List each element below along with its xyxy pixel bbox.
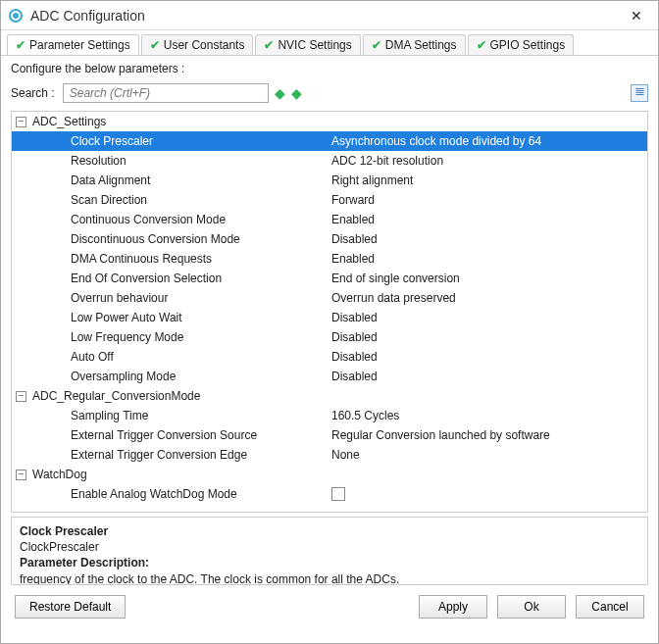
list-view-button[interactable] [631, 84, 648, 102]
tab-label: GPIO Settings [490, 38, 566, 52]
param-key: Resolution [12, 154, 326, 168]
param-val: Disabled [326, 330, 647, 344]
window-title: ADC Configuration [30, 8, 623, 24]
param-val: 160.5 Cycles [326, 409, 647, 422]
param-row[interactable]: End Of Conversion SelectionEnd of single… [12, 269, 647, 288]
param-key: Discontinuous Conversion Mode [12, 232, 326, 246]
param-val: End of single conversion [326, 272, 647, 285]
desc-title: Clock Prescaler [20, 524, 108, 538]
param-val: Right alignment [326, 173, 647, 187]
param-val: Regular Conversion launched by software [326, 428, 647, 442]
param-key: Oversampling Mode [12, 370, 326, 383]
param-row[interactable]: Data AlignmentRight alignment [12, 171, 647, 190]
param-val: Forward [326, 193, 647, 207]
param-row[interactable]: External Trigger Conversion SourceRegula… [12, 425, 647, 445]
param-val: Disabled [326, 370, 647, 383]
desc-text: frequency of the clock to the ADC. The c… [20, 572, 399, 585]
search-label: Search : [11, 86, 55, 100]
param-row[interactable]: External Trigger Conversion EdgeNone [12, 445, 647, 465]
param-row[interactable]: Scan DirectionForward [12, 190, 647, 210]
collapse-icon[interactable]: − [16, 117, 26, 127]
param-key: Low Frequency Mode [12, 330, 326, 344]
param-val: ADC 12-bit resolution [326, 154, 647, 168]
param-row[interactable]: Overrun behaviourOverrun data preserved [12, 288, 647, 308]
param-key: Continuous Conversion Mode [12, 213, 326, 226]
param-row[interactable]: Enable Analog WatchDog Mode [12, 484, 647, 507]
tab-parameter-settings[interactable]: ✔Parameter Settings [7, 34, 139, 55]
param-val: Overrun data preserved [326, 291, 647, 305]
param-key: Auto Off [12, 350, 326, 364]
cancel-button[interactable]: Cancel [576, 595, 644, 619]
param-key: Sampling Time [12, 409, 326, 422]
param-key: Enable Analog WatchDog Mode [12, 487, 326, 504]
search-row: Search : ◆ ◆ [1, 79, 658, 111]
param-key: Data Alignment [12, 173, 326, 187]
param-key: End Of Conversion Selection [12, 272, 326, 285]
param-key: Scan Direction [12, 193, 326, 207]
ok-button[interactable]: Ok [497, 595, 566, 619]
tab-label: DMA Settings [385, 38, 457, 52]
param-val: Disabled [326, 232, 647, 246]
param-val: None [326, 448, 647, 462]
collapse-icon[interactable]: − [16, 470, 26, 480]
tab-dma-settings[interactable]: ✔DMA Settings [363, 34, 466, 55]
param-key: DMA Continuous Requests [12, 252, 326, 266]
group-label: ADC_Regular_ConversionMode [32, 389, 200, 403]
collapse-icon[interactable]: − [16, 391, 26, 402]
param-key: Overrun behaviour [12, 291, 326, 305]
search-input[interactable] [63, 83, 269, 103]
watchdog-checkbox[interactable] [331, 487, 345, 501]
param-row[interactable]: Discontinuous Conversion ModeDisabled [12, 229, 647, 249]
check-icon: ✔ [264, 38, 274, 52]
group-label: ADC_Settings [32, 115, 106, 128]
param-row[interactable]: Oversampling ModeDisabled [12, 367, 647, 386]
group-adc-settings[interactable]: − ADC_Settings [12, 112, 647, 131]
tab-user-constants[interactable]: ✔User Constants [141, 34, 254, 55]
param-row[interactable]: DMA Continuous RequestsEnabled [12, 249, 647, 269]
check-icon: ✔ [16, 38, 25, 52]
param-row[interactable]: Low Power Auto WaitDisabled [12, 308, 647, 327]
restore-default-button[interactable]: Restore Default [15, 595, 126, 619]
group-label: WatchDog [32, 468, 87, 481]
desc-heading: Parameter Description: [20, 556, 149, 570]
parameter-tree[interactable]: − ADC_Settings Clock PrescalerAsynchrono… [11, 111, 648, 513]
param-row-clock-prescaler[interactable]: Clock PrescalerAsynchronous clock mode d… [12, 131, 647, 151]
tab-nvic-settings[interactable]: ✔NVIC Settings [255, 34, 360, 55]
close-icon[interactable]: ✕ [623, 4, 650, 27]
desc-internal-name: ClockPrescaler [20, 540, 99, 554]
group-regular-conversion[interactable]: − ADC_Regular_ConversionMode [12, 386, 647, 406]
param-key: External Trigger Conversion Source [12, 428, 326, 442]
search-prev-icon[interactable]: ◆ [291, 85, 302, 101]
tab-label: User Constants [164, 38, 245, 52]
param-key: Clock Prescaler [12, 134, 326, 148]
param-val: Disabled [326, 311, 647, 324]
param-key: Low Power Auto Wait [12, 311, 326, 324]
check-icon: ✔ [477, 38, 486, 52]
param-row[interactable]: Auto OffDisabled [12, 347, 647, 367]
tab-gpio-settings[interactable]: ✔GPIO Settings [468, 34, 575, 55]
param-row[interactable]: Continuous Conversion ModeEnabled [12, 210, 647, 229]
param-row[interactable]: ResolutionADC 12-bit resolution [12, 151, 647, 171]
param-val[interactable] [326, 487, 647, 504]
tab-label: NVIC Settings [278, 38, 351, 52]
param-val: Disabled [326, 350, 647, 364]
check-icon: ✔ [372, 38, 381, 52]
param-row[interactable]: Low Frequency ModeDisabled [12, 327, 647, 347]
subtitle: Configure the below parameters : [1, 55, 658, 79]
description-panel[interactable]: Clock Prescaler ClockPrescaler Parameter… [11, 517, 648, 585]
check-icon: ✔ [150, 38, 160, 52]
button-row: Restore Default Apply Ok Cancel [1, 585, 658, 628]
param-row[interactable]: Sampling Time160.5 Cycles [12, 406, 647, 425]
app-icon [9, 9, 23, 23]
param-val: Enabled [326, 213, 647, 226]
param-key: External Trigger Conversion Edge [12, 448, 326, 462]
tab-label: Parameter Settings [29, 38, 130, 52]
titlebar: ADC Configuration ✕ [1, 1, 658, 30]
search-next-icon[interactable]: ◆ [275, 85, 285, 101]
param-val: Asynchronous clock mode divided by 64 [326, 134, 647, 148]
apply-button[interactable]: Apply [419, 595, 487, 619]
param-val: Enabled [326, 252, 647, 266]
group-watchdog[interactable]: − WatchDog [12, 465, 647, 484]
tab-bar: ✔Parameter Settings ✔User Constants ✔NVI… [1, 30, 658, 55]
